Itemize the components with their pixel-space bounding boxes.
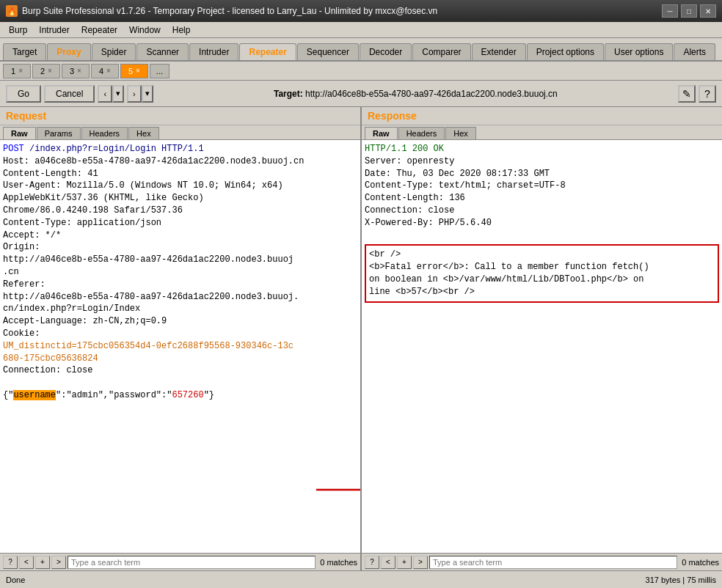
request-line-3: Content-Length: 41	[3, 168, 357, 180]
response-tab-headers[interactable]: Headers	[398, 127, 445, 139]
repeater-tab-1[interactable]: 1 ×	[3, 64, 31, 78]
tab-repeater[interactable]: Repeater	[239, 43, 296, 60]
close-tab-4-icon[interactable]: ×	[106, 67, 111, 75]
response-search-prev[interactable]: <	[381, 556, 395, 569]
request-line-13: http://a046ce8b-e55a-4780-aa97-426da1ac2…	[3, 291, 357, 304]
menu-window[interactable]: Window	[123, 23, 167, 37]
request-tab-raw[interactable]: Raw	[3, 127, 36, 139]
response-search-bar: ? < + > 0 matches	[362, 553, 722, 570]
menu-help[interactable]: Help	[167, 23, 197, 37]
response-title: Response	[362, 107, 722, 125]
response-search-next-add[interactable]: +	[397, 556, 412, 569]
response-search-help[interactable]: ?	[365, 556, 379, 569]
close-button[interactable]: ✕	[700, 4, 716, 18]
close-tab-1-icon[interactable]: ×	[18, 67, 23, 75]
response-tab-raw[interactable]: Raw	[365, 127, 398, 139]
go-button[interactable]: Go	[6, 85, 41, 103]
menu-intruder[interactable]: Intruder	[33, 23, 75, 37]
request-tab-params[interactable]: Params	[37, 127, 81, 139]
request-line-1: POST /index.php?r=Login/Login HTTP/1.1	[3, 143, 357, 155]
request-line-11: .cn	[3, 266, 357, 279]
response-content: HTTP/1.1 200 OK Server: openresty Date: …	[362, 140, 722, 553]
repeater-tab-more[interactable]: ...	[150, 64, 169, 78]
request-content: POST /index.php?r=Login/Login HTTP/1.1 H…	[0, 140, 360, 553]
request-line-18: 680-175cbc05636824	[3, 353, 357, 365]
menubar: Burp Intruder Repeater Window Help	[0, 22, 722, 38]
request-line-16: Cookie:	[3, 328, 357, 340]
response-error-line-2: <b>Fatal error</b>: Call to a member fun…	[369, 261, 715, 273]
response-tab-hex[interactable]: Hex	[445, 127, 476, 139]
maximize-button[interactable]: □	[681, 4, 697, 18]
tab-extender[interactable]: Extender	[472, 43, 526, 60]
response-error-line-4: line <b>57</b><br />	[369, 286, 715, 298]
tab-proxy[interactable]: Proxy	[47, 43, 90, 60]
response-error-line-1: <br />	[369, 249, 715, 261]
repeater-tab-4[interactable]: 4 ×	[91, 64, 119, 78]
username-key: username	[13, 390, 56, 400]
menu-burp[interactable]: Burp	[3, 23, 33, 37]
password-val: 657260	[172, 390, 203, 400]
request-search-input[interactable]	[68, 556, 316, 569]
target-label: Target: http://a046ce8b-e55a-4780-aa97-4…	[274, 89, 558, 99]
request-search-next-add[interactable]: +	[35, 556, 50, 569]
tab-spider[interactable]: Spider	[92, 43, 136, 60]
request-search-bar: ? < + > 0 matches	[0, 553, 360, 570]
close-tab-3-icon[interactable]: ×	[77, 67, 81, 75]
nav-fwd-button[interactable]: ›	[127, 85, 142, 103]
response-error-box: <br /> <b>Fatal error</b>: Call to a mem…	[365, 244, 719, 302]
request-search-help[interactable]: ?	[3, 556, 18, 569]
request-line-7: Content-Type: application/json	[3, 217, 357, 229]
request-tab-hex[interactable]: Hex	[128, 127, 159, 139]
nav-fwd-dropdown[interactable]: ▾	[142, 85, 153, 103]
nav-back-dropdown[interactable]: ▾	[112, 85, 124, 103]
tab-intruder[interactable]: Intruder	[189, 43, 238, 60]
help-button[interactable]: ?	[699, 85, 716, 103]
tab-alerts[interactable]: Alerts	[674, 43, 715, 60]
request-tab-headers[interactable]: Headers	[81, 127, 128, 139]
request-line-14: cn/index.php?r=Login/Index	[3, 303, 357, 315]
request-body-line: {"username":"admin","password":"657260"}	[3, 389, 357, 402]
tab-project-options[interactable]: Project options	[527, 43, 604, 60]
repeater-tab-2[interactable]: 2 ×	[32, 64, 60, 78]
request-line-10: http://a046ce8b-e55a-4780-aa97-426da1ac2…	[3, 254, 357, 266]
close-tab-2-icon[interactable]: ×	[48, 67, 52, 75]
request-line-15: Accept-Language: zh-CN,zh;q=0.9	[3, 315, 357, 328]
request-title: Request	[0, 107, 360, 125]
request-line-5: AppleWebKit/537.36 (KHTML, like Gecko)	[3, 192, 357, 205]
repeater-tab-5[interactable]: 5 ×	[120, 64, 148, 78]
close-tab-5-icon[interactable]: ×	[136, 67, 140, 75]
request-panel: Request Raw Params Headers Hex POST /ind…	[0, 107, 362, 570]
main-panels: Request Raw Params Headers Hex POST /ind…	[0, 107, 722, 570]
tab-sequencer[interactable]: Sequencer	[297, 43, 359, 60]
request-search-next[interactable]: >	[51, 556, 66, 569]
password-key: password	[114, 390, 156, 400]
repeater-tabbar: 1 × 2 × 3 × 4 × 5 × ...	[0, 62, 722, 81]
response-search-input[interactable]	[429, 556, 677, 569]
minimize-button[interactable]: ─	[662, 4, 678, 18]
tab-scanner[interactable]: Scanner	[136, 43, 189, 60]
request-line-17: UM_distinctid=175cbc056354d4-0efc2688f95…	[3, 340, 357, 353]
tab-decoder[interactable]: Decoder	[360, 43, 412, 60]
tab-comparer[interactable]: Comparer	[412, 43, 470, 60]
tab-target[interactable]: Target	[3, 43, 46, 60]
repeater-tab-3[interactable]: 3 ×	[62, 64, 90, 78]
request-panel-tabs: Raw Params Headers Hex	[0, 125, 360, 140]
target-bar: Target: http://a046ce8b-e55a-4780-aa97-4…	[156, 89, 675, 99]
response-blank	[365, 229, 719, 242]
tab-user-options[interactable]: User options	[605, 43, 673, 60]
response-status: HTTP/1.1 200 OK	[365, 143, 719, 155]
request-line-20	[3, 377, 357, 389]
response-connection: Connection: close	[365, 205, 719, 217]
request-line-4: User-Agent: Mozilla/5.0 (Windows NT 10.0…	[3, 180, 357, 192]
edit-target-button[interactable]: ✎	[678, 85, 696, 103]
request-line-19: Connection: close	[3, 364, 357, 377]
cancel-button[interactable]: Cancel	[44, 85, 95, 103]
response-search-next[interactable]: >	[413, 556, 428, 569]
app-icon: 🔥	[6, 5, 18, 17]
menu-repeater[interactable]: Repeater	[76, 23, 123, 37]
request-search-prev[interactable]: <	[19, 556, 34, 569]
response-panel-tabs: Raw Headers Hex	[362, 125, 722, 140]
request-line-2: Host: a046ce8b-e55a-4780-aa97-426da1ac22…	[3, 155, 357, 168]
status-right: 317 bytes | 75 millis	[646, 576, 716, 584]
nav-back-button[interactable]: ‹	[98, 85, 112, 103]
